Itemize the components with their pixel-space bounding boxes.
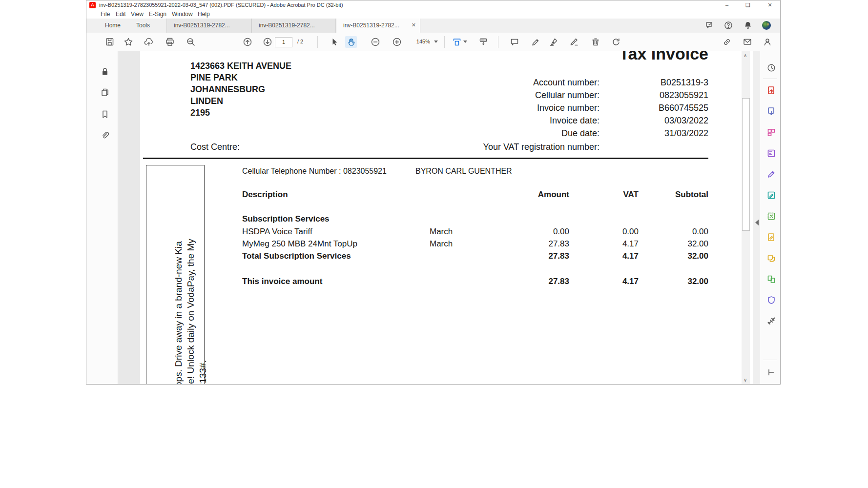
history-clock-icon[interactable]: [766, 63, 776, 73]
highlight-icon[interactable]: [530, 36, 541, 48]
document-tab[interactable]: inv-B0251319-2782...: [251, 19, 336, 33]
help-icon[interactable]: [723, 20, 735, 31]
cell-vat: 4.17: [622, 277, 639, 286]
cell-description: Description: [242, 190, 288, 200]
prepare-form-icon[interactable]: [766, 148, 776, 158]
cell-vat: 4.17: [622, 251, 639, 261]
cell-vat: 4.17: [622, 239, 639, 249]
menu-edit[interactable]: Edit: [116, 11, 126, 18]
toolbar-divider: [498, 36, 498, 48]
link-icon[interactable]: [721, 36, 733, 48]
info-value: B660745525: [659, 103, 708, 113]
menu-window[interactable]: Window: [172, 11, 193, 18]
cell-period: March: [430, 227, 453, 237]
fill-sign-yellow-icon[interactable]: [766, 232, 776, 242]
export-excel-icon[interactable]: [766, 211, 776, 221]
email-icon[interactable]: [742, 36, 753, 48]
advert-rotated-text: ops. Drive away in a brand-new Kiare! Un…: [172, 239, 209, 384]
zoom-out-icon[interactable]: [370, 36, 381, 48]
cell-description: Subscription Services: [242, 214, 330, 224]
document-viewport: 1423663 KEITH AVENUEPINE PARKJOHANNESBUR…: [118, 51, 742, 384]
star-icon[interactable]: [123, 36, 134, 48]
close-button[interactable]: ✕: [763, 0, 777, 10]
avatar[interactable]: [762, 20, 773, 31]
collapse-right-panel-icon[interactable]: [755, 220, 759, 225]
info-label: Due date:: [561, 128, 599, 139]
document-tab[interactable]: inv-B0251319-2782...✕: [336, 19, 420, 33]
table-section-row: Subscription Services: [242, 214, 708, 225]
previous-page-icon[interactable]: [242, 36, 253, 48]
scrollbar-thumb[interactable]: [742, 98, 750, 231]
select-cursor-icon[interactable]: [329, 36, 340, 48]
comment-icon[interactable]: [509, 36, 520, 48]
main-toolbar: 1 / 2 145%: [86, 33, 780, 52]
advert-text-line: *133#.: [197, 239, 209, 384]
cell-amount: 27.83: [548, 277, 569, 286]
edit-pdf-icon[interactable]: [766, 190, 776, 200]
hand-tool-icon[interactable]: [345, 36, 357, 48]
protect-shield-icon[interactable]: [766, 295, 776, 305]
paperclip-icon[interactable]: [100, 130, 112, 142]
keyboard-collapse-icon[interactable]: [477, 36, 489, 48]
export-pdf-icon[interactable]: [766, 85, 776, 95]
stamp-icon[interactable]: [766, 253, 776, 263]
combine-files-icon[interactable]: [766, 274, 776, 284]
share-upload-icon[interactable]: [143, 36, 155, 48]
scroll-up-icon[interactable]: ∧: [744, 53, 747, 58]
search-icon[interactable]: [185, 36, 197, 48]
cell-subtotal: 32.00: [687, 277, 708, 286]
address-line: 1423663 KEITH AVENUE: [190, 61, 291, 71]
advert-text-line: ops. Drive away in a brand-new Kia: [172, 239, 185, 384]
document-tab[interactable]: inv-B0251319-2782...: [166, 19, 251, 33]
page-thumbnails-icon[interactable]: [100, 87, 112, 99]
tab-close-icon[interactable]: ✕: [412, 22, 416, 28]
more-tools-wrench-icon[interactable]: [766, 316, 776, 326]
save-icon[interactable]: [104, 36, 116, 48]
trash-icon[interactable]: [590, 36, 601, 48]
scroll-down-icon[interactable]: ∨: [744, 377, 747, 383]
bookmark-icon[interactable]: [100, 109, 112, 121]
sign-pen-icon[interactable]: [548, 36, 559, 48]
lock-icon[interactable]: [100, 67, 112, 79]
menu-e-sign[interactable]: E-Sign: [149, 11, 166, 18]
menu-file[interactable]: File: [101, 11, 110, 18]
cell-subtotal: 32.00: [687, 251, 708, 261]
toolbar-divider: [317, 36, 318, 48]
zoom-dropdown-caret[interactable]: [434, 41, 438, 43]
measure-icon[interactable]: [766, 367, 776, 377]
invoice-info-row: Invoice number:B660745525: [140, 103, 708, 115]
page-number-input[interactable]: 1: [275, 37, 292, 47]
person-icon[interactable]: [762, 36, 773, 48]
table-header-row: DescriptionAmountVATSubtotal: [242, 190, 708, 201]
create-pdf-icon[interactable]: [766, 106, 776, 116]
refresh-icon[interactable]: [610, 36, 622, 48]
feedback-icon[interactable]: [705, 20, 717, 31]
maximize-button[interactable]: ❏: [741, 0, 755, 10]
zoom-in-icon[interactable]: [391, 36, 403, 48]
fill-sign-icon[interactable]: [568, 36, 580, 48]
tab-tools[interactable]: Tools: [136, 22, 150, 29]
toolbar-divider: [444, 36, 445, 48]
bell-icon[interactable]: [743, 20, 755, 31]
page-view-dropdown-caret[interactable]: [463, 41, 467, 43]
menu-help[interactable]: Help: [198, 11, 210, 18]
cell-description: Total Subscription Services: [242, 251, 351, 261]
comment-pencil-icon[interactable]: [766, 169, 776, 179]
divider-rule: [143, 158, 708, 159]
print-icon[interactable]: [164, 36, 176, 48]
info-label: Invoice number:: [537, 103, 599, 113]
left-navigation-panel: [86, 51, 118, 384]
menu-view[interactable]: View: [131, 11, 144, 18]
minimize-button[interactable]: –: [720, 0, 734, 10]
info-label: Account number:: [533, 78, 599, 88]
info-value: 0823055921: [660, 90, 708, 101]
page-total-label: / 2: [297, 39, 303, 44]
cost-centre-label: Cost Centre:: [190, 142, 240, 152]
next-page-icon[interactable]: [262, 36, 273, 48]
organize-pages-icon[interactable]: [766, 127, 776, 137]
tab-home[interactable]: Home: [105, 22, 121, 29]
right-panel-divider: [763, 79, 777, 79]
vertical-scrollbar[interactable]: ∧ ∨: [742, 51, 750, 384]
fit-width-icon[interactable]: [451, 36, 463, 48]
advert-text-line: re! Unlock daily on VodaPay, the My: [185, 239, 197, 384]
